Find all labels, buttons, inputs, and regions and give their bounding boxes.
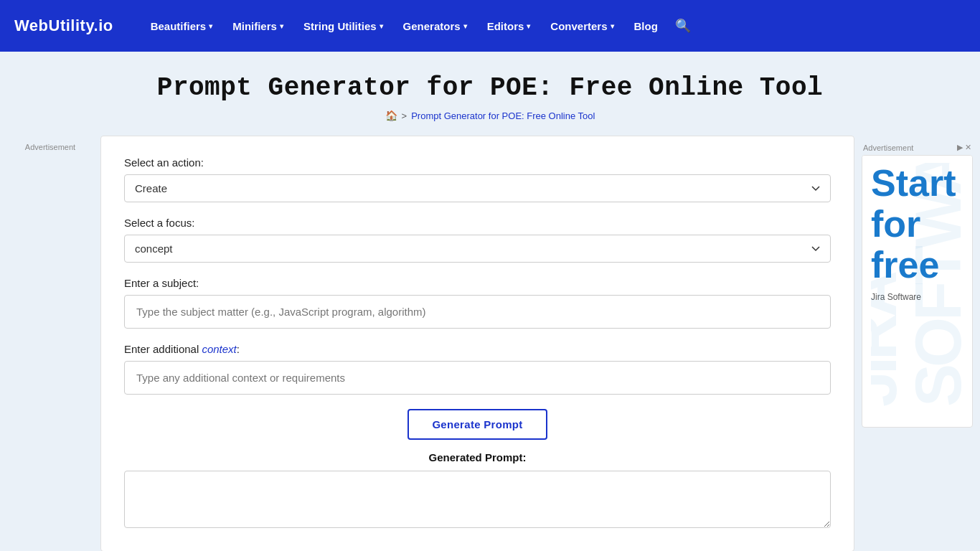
ad-sub-text: Jira Software [871, 292, 963, 302]
subject-label: Enter a subject: [124, 277, 831, 289]
site-logo[interactable]: WebUtility.io [14, 17, 113, 35]
ad-left: Advertisement [7, 136, 93, 154]
page-title-section: Prompt Generator for POE: Free Online To… [0, 73, 980, 136]
focus-select[interactable]: concept code writing design data researc… [124, 235, 831, 263]
chevron-down-icon: ▾ [463, 22, 467, 30]
nav-label-blog: Blog [634, 20, 658, 32]
generated-prompt-label: Generated Prompt: [124, 451, 831, 463]
nav-label-beautifiers: Beautifiers [151, 20, 207, 32]
context-label: Enter additional context: [124, 343, 831, 355]
action-select[interactable]: Create Explain Summarize Analyze Improve… [124, 174, 831, 202]
nav-label-minifiers: Minifiers [232, 20, 277, 32]
search-icon[interactable]: 🔍 [669, 12, 697, 39]
context-input[interactable] [124, 361, 831, 395]
navbar: WebUtility.io Beautifiers ▾ Minifiers ▾ … [0, 0, 980, 52]
nav-item-string-utilities[interactable]: String Utilities ▾ [295, 14, 392, 38]
nav-item-editors[interactable]: Editors ▾ [479, 14, 540, 38]
chevron-down-icon: ▾ [611, 22, 614, 30]
page-title: Prompt Generator for POE: Free Online To… [14, 73, 966, 103]
breadcrumb-separator: > [402, 110, 407, 121]
ad-icons: ▶ ✕ [957, 143, 971, 152]
ad-big-text: Startforfree [871, 163, 963, 286]
chevron-down-icon: ▾ [209, 22, 212, 30]
chevron-down-icon: ▾ [280, 22, 283, 30]
generate-button[interactable]: Generate Prompt [407, 409, 547, 440]
action-label: Select an action: [124, 156, 831, 169]
generated-output-area[interactable] [124, 471, 831, 528]
nav-item-beautifiers[interactable]: Beautifiers ▾ [142, 14, 222, 38]
nav-item-generators[interactable]: Generators ▾ [395, 14, 476, 38]
nav-links: Beautifiers ▾ Minifiers ▾ String Utiliti… [142, 12, 966, 39]
ad-creative: JIRASOFTWARE Startforfree Jira Software [862, 156, 972, 414]
ad-creative-bg: JIRASOFTWARE Startforfree Jira Software [871, 163, 963, 407]
page-content: Prompt Generator for POE: Free Online To… [0, 52, 980, 551]
breadcrumb-home-link[interactable]: 🏠 [385, 110, 397, 121]
ad-close-icon[interactable]: ✕ [965, 143, 971, 152]
ad-right-label: Advertisement ▶ ✕ [862, 143, 973, 152]
ad-creative-box: JIRASOFTWARE Startforfree Jira Software [862, 155, 973, 428]
ad-right: Advertisement ▶ ✕ JIRASOFTWARE Startforf… [862, 136, 973, 428]
content-layout: Advertisement Select an action: Create E… [0, 136, 980, 551]
main-panel: Select an action: Create Explain Summari… [100, 136, 854, 551]
subject-input[interactable] [124, 295, 831, 329]
chevron-down-icon: ▾ [380, 22, 383, 30]
nav-label-generators: Generators [403, 20, 461, 32]
nav-item-minifiers[interactable]: Minifiers ▾ [224, 14, 292, 38]
breadcrumb: 🏠 > Prompt Generator for POE: Free Onlin… [14, 110, 966, 121]
home-icon: 🏠 [385, 110, 397, 121]
nav-label-string-utilities: String Utilities [303, 20, 377, 32]
nav-item-blog[interactable]: Blog [626, 14, 666, 38]
focus-label: Select a focus: [124, 217, 831, 229]
nav-item-converters[interactable]: Converters ▾ [542, 14, 622, 38]
ad-info-icon[interactable]: ▶ [957, 143, 963, 152]
nav-label-converters: Converters [550, 20, 607, 32]
chevron-down-icon: ▾ [527, 22, 530, 30]
ad-left-label: Advertisement [7, 143, 93, 151]
nav-label-editors: Editors [487, 20, 524, 32]
breadcrumb-current-link[interactable]: Prompt Generator for POE: Free Online To… [411, 110, 595, 121]
